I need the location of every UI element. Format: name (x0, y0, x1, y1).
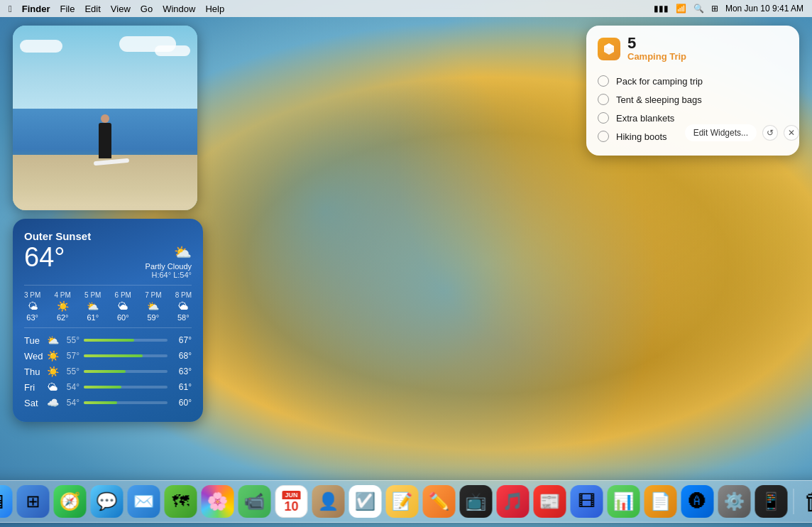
menubar-view[interactable]: View (111, 4, 131, 14)
dock-separator (794, 489, 794, 514)
appletv-dock-icon: 📺 (466, 491, 487, 511)
calendar-icon-inner: JUN 10 (276, 491, 307, 513)
notes-dock-icon: 📝 (392, 491, 413, 511)
menubar-file[interactable]: File (60, 4, 75, 14)
dock-item-keynote[interactable]: 🎞 (571, 485, 603, 518)
messages-dock-icon: 💬 (97, 491, 118, 511)
calendar-dock-month: JUN (282, 491, 300, 499)
weather-condition-text: Partly Cloudy (146, 262, 192, 271)
reminders-header: 5 Camping Trip (586, 26, 799, 69)
safari-dock-icon: 🧭 (60, 491, 81, 511)
dock-item-iphone[interactable]: 📱 (755, 485, 788, 518)
reminders-list-name: Camping Trip (627, 51, 788, 62)
menubar-right: ▮▮▮ 📶 🔍 ⊞ Mon Jun 10 9:41 AM (654, 4, 803, 13)
reminder-checkbox-2[interactable] (598, 94, 609, 105)
weather-location: Outer Sunset (24, 230, 192, 242)
apple-menu[interactable]:  (9, 4, 12, 14)
dock-item-news[interactable]: 📰 (534, 485, 566, 518)
reminders-count: 5 (627, 36, 788, 51)
dock-item-calendar[interactable]: JUN 10 (275, 485, 308, 518)
weather-hi-lo: H:64° L:54° (146, 271, 192, 279)
reminder-item-2: Tent & sleeping bags (598, 90, 788, 109)
cloud (155, 45, 190, 56)
dock-item-music[interactable]: 🎵 (497, 485, 530, 518)
control-center-icon[interactable]: ⊞ (711, 4, 718, 13)
reminder-checkbox-3[interactable] (598, 112, 609, 124)
weather-widget: Outer Sunset 64° ⛅ Partly Cloudy H:64° L… (13, 219, 203, 422)
mail-dock-icon: ✉️ (133, 491, 155, 511)
weather-hour-1: 3 PM 🌤 63° (24, 291, 40, 322)
dock-item-maps[interactable]: 🗺 (165, 485, 197, 518)
dock-item-reminders[interactable]: ☑️ (349, 485, 382, 518)
dock-item-contacts[interactable]: 👤 (312, 485, 345, 518)
reminders-items: Pack for camping trip Tent & sleeping ba… (586, 69, 799, 156)
dock-item-launchpad[interactable]: ⊞ (17, 485, 50, 518)
menubar-help[interactable]: Help (205, 4, 224, 14)
weather-hour-3: 5 PM ⛅ 61° (84, 291, 101, 322)
finder-dock-icon: 🖥 (0, 490, 6, 514)
reminder-text-2: Tent & sleeping bags (616, 94, 702, 105)
weather-hour-2: 4 PM ☀️ 62° (55, 291, 71, 322)
reminder-text-3: Extra blankets (616, 113, 674, 124)
numbers-dock-icon: 📊 (613, 491, 635, 511)
cloud (20, 40, 62, 53)
menubar-window[interactable]: Window (163, 4, 195, 14)
edit-widgets-button[interactable]: Edit Widgets... (685, 124, 757, 141)
dock-item-photos[interactable]: 🌸 (202, 485, 234, 518)
dock-item-freeform[interactable]: ✏️ (423, 485, 456, 518)
dock-item-appstore[interactable]: 🅐 (681, 485, 714, 518)
launchpad-dock-icon: ⊞ (26, 491, 40, 511)
trash-dock-icon: 🗑 (803, 487, 813, 516)
reminders-dock-icon: ☑️ (355, 491, 376, 511)
search-icon[interactable]: 🔍 (693, 4, 704, 13)
dock-item-numbers[interactable]: 📊 (608, 485, 640, 518)
appstore-dock-icon: 🅐 (689, 491, 706, 511)
systemprefs-dock-icon: ⚙️ (724, 491, 745, 511)
weather-day-wed: Wed ☀️ 57° 68° (24, 348, 192, 364)
menubar-left:  Finder File Edit View Go Window Help (9, 4, 224, 14)
menubar:  Finder File Edit View Go Window Help ▮… (0, 0, 812, 17)
weather-day-sat: Sat ☁️ 54° 60° (24, 395, 192, 411)
reminder-item-1: Pack for camping trip (598, 72, 788, 90)
dock-item-safari[interactable]: 🧭 (54, 485, 87, 518)
close-widget-button[interactable]: ✕ (784, 125, 799, 141)
dock-item-systemprefs[interactable]: ⚙️ (718, 485, 751, 518)
dock-item-mail[interactable]: ✉️ (128, 485, 160, 518)
reminders-app-icon (598, 38, 620, 60)
maps-dock-icon: 🗺 (172, 491, 190, 511)
rotate-widget-button[interactable]: ↺ (762, 125, 778, 141)
dock-item-notes[interactable]: 📝 (386, 485, 419, 518)
reminders-count-section: 5 Camping Trip (627, 36, 788, 62)
pages-dock-icon: 📄 (650, 491, 671, 511)
battery-icon: ▮▮▮ (654, 4, 669, 13)
dock-item-finder[interactable]: 🖥 (0, 485, 13, 518)
dock-item-pages[interactable]: 📄 (644, 485, 677, 518)
reminder-checkbox-1[interactable] (598, 75, 609, 87)
photo-scene (13, 26, 197, 210)
weather-day-fri: Fri 🌥 54° 61° (24, 379, 192, 395)
reminder-checkbox-4[interactable] (598, 131, 609, 142)
weather-condition-icon: ⛅ (146, 244, 192, 261)
weather-hourly: 3 PM 🌤 63° 4 PM ☀️ 62° 5 PM ⛅ 61° 6 PM 🌥… (24, 285, 192, 322)
menubar-app-name[interactable]: Finder (22, 4, 50, 14)
weather-day-tue: Tue ⛅ 55° 67° (24, 332, 192, 348)
iphone-dock-icon: 📱 (761, 491, 782, 511)
dock-item-facetime[interactable]: 📹 (238, 485, 271, 518)
weather-hour-6: 8 PM 🌥 58° (175, 291, 192, 322)
menubar-edit[interactable]: Edit (84, 4, 100, 14)
weather-hour-5: 7 PM ⛅ 59° (145, 291, 161, 322)
surfer-figure (99, 123, 111, 158)
music-dock-icon: 🎵 (503, 491, 524, 511)
photo-widget (13, 26, 197, 210)
menubar-go[interactable]: Go (141, 4, 153, 14)
keynote-dock-icon: 🎞 (578, 491, 596, 511)
weather-day-thu: Thu ☀️ 55° 63° (24, 364, 192, 379)
dock-item-appletv[interactable]: 📺 (460, 485, 493, 518)
widget-controls: Edit Widgets... ↺ ✕ (685, 124, 799, 141)
dock-item-trash[interactable]: 🗑 (800, 485, 813, 518)
dock-item-messages[interactable]: 💬 (91, 485, 124, 518)
dock: 🖥 ⊞ 🧭 💬 ✉️ 🗺 🌸 📹 JUN 10 👤 ☑️ (0, 480, 812, 523)
wifi-icon: 📶 (676, 4, 686, 13)
weather-temp-row: 64° ⛅ Partly Cloudy H:64° L:54° (24, 244, 192, 279)
weather-hour-4: 6 PM 🌥 60° (115, 291, 131, 322)
